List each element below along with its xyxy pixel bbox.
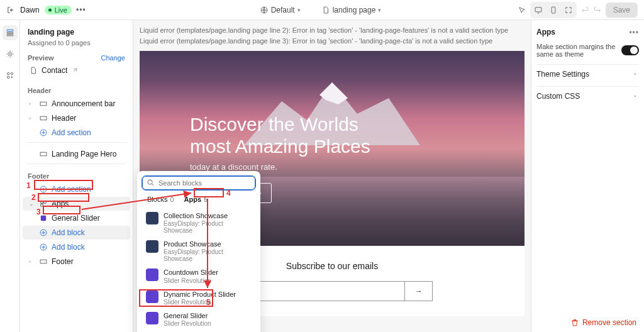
svg-rect-13 [40,152,47,156]
live-badge: Live [45,6,72,14]
template-item[interactable]: Landing Page Hero [23,147,130,161]
margins-toggle[interactable] [621,45,639,55]
svg-rect-1 [535,7,541,11]
section-icon [39,150,48,158]
plus-circle-icon [39,128,48,137]
app-icon [146,312,158,324]
chevron-down-icon: ▾ [297,7,304,13]
svg-rect-18 [41,216,46,221]
desktop-icon[interactable] [531,3,545,17]
svg-point-6 [8,53,11,55]
sidebar: landing page Assigned to 0 pages Preview… [20,20,133,332]
svg-point-22 [148,180,152,184]
mobile-icon[interactable] [547,3,560,17]
external-icon [71,67,78,74]
liquid-error: Liquid error (templates/page.landing pag… [133,20,531,51]
svg-rect-5 [7,35,13,36]
plus-circle-icon [39,228,48,237]
sidebar-footer[interactable]: ›Footer [23,255,130,268]
svg-rect-3 [7,30,13,31]
redo-icon[interactable] [593,6,602,14]
svg-point-8 [11,72,13,75]
change-link[interactable]: Change [101,54,125,62]
svg-rect-21 [40,260,47,263]
app-icon [146,290,158,303]
undo-icon[interactable] [580,6,589,14]
footer-group: Footer [20,169,133,182]
tab-apps[interactable]: Apps5 [184,194,208,205]
sidebar-apps[interactable]: ⌄Apps [23,197,130,211]
header-item[interactable]: ›Header [23,111,130,125]
preview-label: Preview [28,54,54,62]
app-icon [146,268,158,281]
theme-settings-section[interactable]: Theme Settings⌄ [536,64,639,84]
svg-rect-17 [41,204,43,207]
margins-label: Make section margins the same as theme [536,43,621,58]
svg-rect-2 [552,7,555,13]
apps-icon [39,199,48,208]
assigned-text: Assigned to 0 pages [20,39,133,50]
svg-point-7 [7,72,9,75]
globe-icon [260,6,269,14]
header-group: Header [20,83,133,96]
search-icon [147,179,155,187]
search-blocks-input[interactable] [142,176,255,190]
settings-icon[interactable] [3,47,18,62]
svg-rect-10 [40,102,47,106]
sections-icon[interactable] [3,25,18,40]
theme-name: Dawn [20,6,40,14]
svg-rect-11 [40,116,47,120]
topbar: Dawn Live ••• Default ▾ landing page ▾ S… [0,0,644,20]
svg-rect-16 [44,201,47,204]
trash-icon [570,318,579,327]
plus-circle-icon [39,185,48,194]
page-title: landing page [20,25,133,39]
preset-dropdown[interactable]: Default ▾ [256,4,308,16]
section-icon [39,257,48,266]
nav-rail [0,20,20,332]
hero-title: Discover the Worlds most Amazing Places [190,114,370,157]
email-submit[interactable]: → [405,281,433,301]
inspector-icon[interactable] [518,6,526,14]
fullscreen-icon[interactable] [562,3,575,17]
add-section-btn[interactable]: Add section [23,126,130,140]
add-block-popup: Blocks0 Apps5 Collection ShowcaseEasyDis… [137,171,260,332]
hero-subtitle: today at a discount rate. [190,162,370,172]
section-icon [39,99,48,108]
section-icon [39,114,48,123]
page-icon [29,66,38,75]
popup-app-item[interactable]: General SliderSlider Revolution [142,309,255,330]
page-dropdown[interactable]: landing page ▾ [318,4,389,16]
popup-app-item[interactable]: Countdown SliderSlider Revolution [142,265,255,287]
apps-icon[interactable] [3,68,18,83]
sidebar-general-slider[interactable]: General Slider [23,211,130,225]
add-block-btn[interactable]: Add block [23,240,130,254]
save-button[interactable]: Save [606,3,638,18]
block-icon [39,214,48,223]
svg-rect-4 [7,32,13,33]
svg-point-9 [7,76,9,79]
rpanel-title: Apps [536,28,555,36]
exit-icon[interactable] [6,6,15,14]
popup-app-item[interactable]: Product ShowcaseEasyDisplay: Product Sho… [142,237,255,265]
chevron-down-icon: ▾ [378,7,384,13]
more-icon[interactable]: ••• [629,28,639,36]
app-icon [146,212,158,224]
add-section-btn[interactable]: Add section [23,182,130,196]
popup-app-item[interactable]: Dynamic Product SliderSlider Revolution [142,287,255,309]
page-icon [321,6,330,14]
plus-circle-icon [39,243,48,252]
preview-item[interactable]: Contact [23,64,130,77]
header-item[interactable]: ›Announcement bar [23,97,130,111]
custom-css-section[interactable]: Custom CSS⌄ [536,86,639,106]
more-icon[interactable]: ••• [77,6,86,14]
add-block-btn[interactable]: Add block [23,226,130,240]
svg-rect-15 [41,201,43,204]
right-panel: Apps ••• Make section margins the same a… [531,20,644,332]
remove-section-btn[interactable]: Remove section [570,318,636,327]
popup-app-item[interactable]: Collection ShowcaseEasyDisplay: Product … [142,209,255,237]
tab-blocks[interactable]: Blocks0 [147,194,174,205]
app-icon [146,240,158,253]
